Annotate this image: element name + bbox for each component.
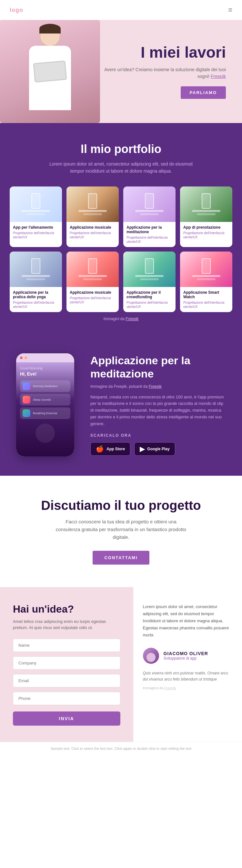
card-subtitle-2: Progettazione dell'interfaccia utente/UX xyxy=(127,236,172,244)
portfolio-card-6[interactable]: Applicazione per il crowdfunding Progett… xyxy=(123,252,176,312)
card-title-2: Applicazione per la meditazione xyxy=(127,225,172,234)
card-bar-2-7 xyxy=(197,278,216,280)
contact-title: Hai un'idea? xyxy=(13,603,120,615)
hero-subtitle: Avere un'idea? Creiamo insieme la soluzi… xyxy=(103,66,226,80)
card-mock-screen-3 xyxy=(180,186,232,222)
card-inner-0: App per l'allenamento Progettazione dell… xyxy=(10,222,62,243)
name-input[interactable] xyxy=(13,639,120,652)
card-mock-screen-4 xyxy=(10,252,62,287)
submit-button[interactable]: INVIA xyxy=(13,711,120,726)
portfolio-card-0[interactable]: App per l'allenamento Progettazione dell… xyxy=(10,186,62,247)
phone-card-icon-2 xyxy=(23,396,30,404)
card-inner-3: App di prenotazione Progettazione dell'i… xyxy=(180,222,232,243)
portfolio-card-3[interactable]: App di prenotazione Progettazione dell'i… xyxy=(180,186,232,247)
app-store-button[interactable]: 🍎 App Store xyxy=(90,442,130,456)
app-feature-section: Good Morning Hi, Eve! Morning Meditation… xyxy=(0,334,242,476)
card-inner-1: Applicazione musicale Progettazione dell… xyxy=(66,222,119,243)
contact-subtitle: Amet tellus cras adipiscing enim eu turp… xyxy=(13,618,120,631)
phone-name: Hi, Eve! xyxy=(20,371,70,376)
company-field-group xyxy=(13,656,120,670)
card-img-3 xyxy=(180,186,232,222)
card-bar-2-0 xyxy=(26,213,45,215)
card-bar-1-6 xyxy=(135,275,164,277)
card-inner-2: Applicazione per la meditazione Progetta… xyxy=(123,222,176,247)
google-play-label: Google Play xyxy=(147,447,169,451)
app-credit-link[interactable]: Freepik xyxy=(149,384,162,389)
phone-greeting: Good Morning xyxy=(20,366,70,370)
phone-card-1: Morning Meditation xyxy=(20,380,70,392)
hero-text-block: I miei lavori Avere un'idea? Creiamo ins… xyxy=(103,44,226,99)
card-bar-2-6 xyxy=(140,278,159,280)
scaricalo-label: SCARICALO ORA xyxy=(90,433,226,438)
author-avatar xyxy=(143,648,159,664)
card-subtitle-6: Progettazione dell'interfaccia utente/UX xyxy=(127,301,172,309)
card-bar-2-2 xyxy=(140,213,159,215)
card-phone-icon-3 xyxy=(202,193,211,209)
phone-field-group xyxy=(13,692,120,705)
contact-section: Hai un'idea? Amet tellus cras adipiscing… xyxy=(0,587,242,742)
contact-left: Hai un'idea? Amet tellus cras adipiscing… xyxy=(0,587,133,742)
portfolio-grid: App per l'allenamento Progettazione dell… xyxy=(10,186,232,312)
portfolio-card-5[interactable]: Applicazione musicale Progettazione dell… xyxy=(66,252,119,312)
card-inner-5: Applicazione musicale Progettazione dell… xyxy=(66,287,119,308)
card-phone-icon-2 xyxy=(145,193,154,209)
card-bar-1-1 xyxy=(78,210,107,212)
parliamo-button[interactable]: PARLIAMO xyxy=(181,86,226,99)
card-mock-screen-2 xyxy=(123,186,176,222)
phone-screen: Good Morning Hi, Eve! Morning Meditation… xyxy=(16,362,74,456)
contact-right-desc: Lorem ipsum dolor sit amet, consectetur … xyxy=(143,603,233,639)
phone-input[interactable] xyxy=(13,692,120,705)
portfolio-title: Il mio portfolio xyxy=(10,142,232,156)
card-subtitle-1: Progettazione dell'interfaccia utente/UX xyxy=(70,231,115,239)
card-phone-icon-5 xyxy=(88,258,97,274)
hero-credit-link[interactable]: Freepik xyxy=(211,74,226,79)
card-phone-icon-0 xyxy=(31,193,41,209)
company-input[interactable] xyxy=(13,656,120,670)
portfolio-credit-link[interactable]: Freepik xyxy=(126,317,138,321)
card-mock-screen-6 xyxy=(123,252,176,287)
author-role: Sviluppatore di app xyxy=(164,656,208,660)
card-mock-screen-5 xyxy=(66,252,119,287)
card-bar-1-4 xyxy=(22,275,50,277)
app-content: Applicazione per la meditazione Immagine… xyxy=(90,354,226,456)
card-inner-7: Applicazione Smart Watch Progettazione d… xyxy=(180,287,232,312)
portfolio-card-2[interactable]: Applicazione per la meditazione Progetta… xyxy=(123,186,176,247)
portfolio-card-4[interactable]: Applicazione per la pratica dello yoga P… xyxy=(10,252,62,312)
portfolio-card-7[interactable]: Applicazione Smart Watch Progettazione d… xyxy=(180,252,232,312)
card-subtitle-7: Progettazione dell'interfaccia utente/UX xyxy=(183,301,229,309)
contact-form: INVIA xyxy=(13,639,120,726)
card-mock-screen-0 xyxy=(10,186,62,222)
card-mock-screen-1 xyxy=(66,186,119,222)
card-subtitle-4: Progettazione dell'interfaccia utente/UX xyxy=(13,301,59,309)
google-play-button[interactable]: ▶ Google Play xyxy=(134,442,175,456)
email-input[interactable] xyxy=(13,674,120,687)
card-title-3: App di prenotazione xyxy=(183,225,229,230)
app-feature-desc: Nespand, creata con una conoscenza di ol… xyxy=(90,394,226,427)
testimonial-quote: Quis viverra ninh orci pulvinar mattis. … xyxy=(143,670,233,682)
phone-card-2: Sleep Sounds xyxy=(20,394,70,405)
testimonial-credit-link[interactable]: Freepik xyxy=(164,686,176,690)
card-phone-icon-4 xyxy=(31,258,41,274)
card-title-7: Applicazione Smart Watch xyxy=(183,290,229,299)
contattami-button[interactable]: CONTATTAMI xyxy=(92,551,149,565)
card-subtitle-5: Progettazione dell'interfaccia utente/UX xyxy=(70,296,115,304)
logo[interactable]: logo xyxy=(10,7,23,13)
card-img-5 xyxy=(66,252,119,287)
card-img-1 xyxy=(66,186,119,222)
name-field-group xyxy=(13,639,120,652)
phone-dot-orange xyxy=(25,356,27,359)
card-bar-1-0 xyxy=(22,210,50,212)
author-name: GIACOMO OLIVER xyxy=(164,651,208,656)
card-bar-2-5 xyxy=(83,278,102,280)
card-phone-icon-6 xyxy=(145,258,154,274)
phone-card-icon-3 xyxy=(23,409,30,417)
card-title-6: Applicazione per il crowdfunding xyxy=(127,290,172,299)
card-title-1: Applicazione musicale xyxy=(70,225,115,230)
footer-text: Sample text. Click to select the text bo… xyxy=(51,747,192,750)
portfolio-card-1[interactable]: Applicazione musicale Progettazione dell… xyxy=(66,186,119,247)
email-field-group xyxy=(13,674,120,687)
hamburger-icon[interactable]: ≡ xyxy=(228,6,232,14)
card-phone-icon-7 xyxy=(202,258,211,274)
portfolio-subtitle: Lorem ipsum dolor sit amet, consectetur … xyxy=(47,160,195,175)
phone-card-icon-1 xyxy=(23,382,30,390)
